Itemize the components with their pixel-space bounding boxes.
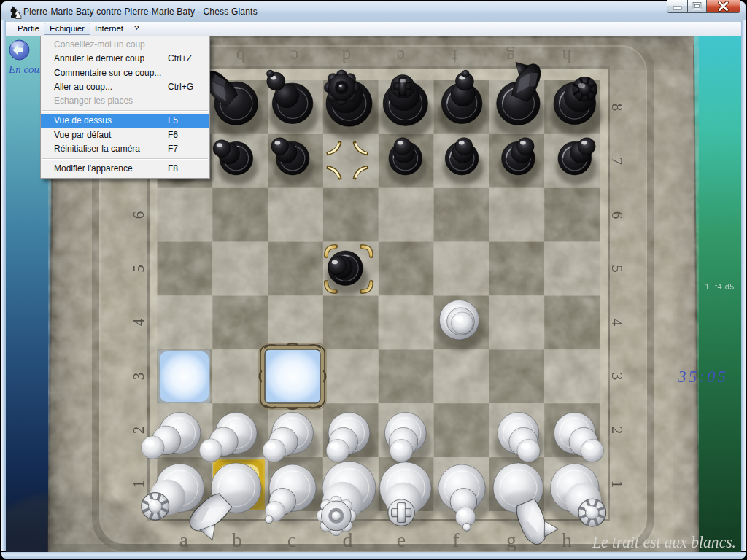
svg-text:a: a <box>179 529 189 551</box>
svg-text:4: 4 <box>130 318 147 326</box>
svg-text:5: 5 <box>608 265 626 273</box>
svg-text:1. f4 d5: 1. f4 d5 <box>705 282 735 291</box>
svg-text:g: g <box>506 47 515 66</box>
svg-text:1: 1 <box>608 481 626 489</box>
svg-text:8: 8 <box>608 104 626 112</box>
svg-text:3: 3 <box>608 373 626 381</box>
svg-text:6: 6 <box>608 211 626 219</box>
svg-text:g: g <box>506 529 516 551</box>
svg-text:Le trait est aux blancs.: Le trait est aux blancs. <box>592 533 736 551</box>
svg-text:35:05: 35:05 <box>677 368 728 386</box>
svg-text:6: 6 <box>130 211 147 219</box>
svg-text:4: 4 <box>608 319 626 327</box>
svg-text:c: c <box>290 47 298 66</box>
svg-text:3: 3 <box>130 373 147 381</box>
svg-text:d: d <box>341 47 351 66</box>
svg-text:e: e <box>397 47 405 66</box>
svg-text:e: e <box>397 529 406 551</box>
svg-text:f: f <box>452 529 460 551</box>
svg-text:2: 2 <box>130 427 147 435</box>
svg-text:b: b <box>236 47 246 66</box>
svg-text:7: 7 <box>608 158 626 166</box>
svg-text:2: 2 <box>608 427 626 435</box>
svg-text:h: h <box>562 47 571 66</box>
svg-text:b: b <box>232 529 242 551</box>
svg-text:c: c <box>287 529 296 551</box>
svg-text:1: 1 <box>130 481 147 489</box>
svg-text:h: h <box>562 529 572 551</box>
svg-text:d: d <box>343 529 353 551</box>
svg-text:f: f <box>451 47 457 66</box>
svg-text:5: 5 <box>130 265 147 273</box>
